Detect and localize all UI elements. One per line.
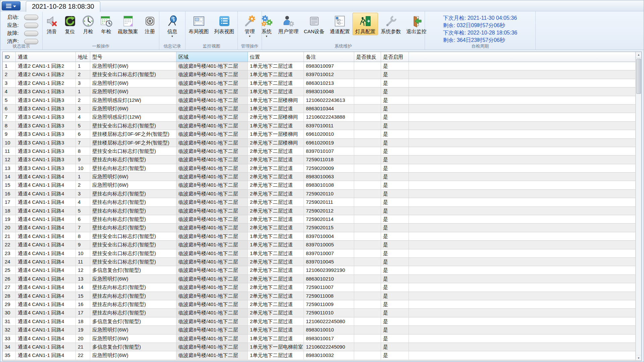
mute-button[interactable]: 消音 <box>43 13 61 35</box>
table-row[interactable]: 16 通道4 CAN1-1 回路4 3 壁挂右向标志灯(智能型) 临波庭8号楼/… <box>3 190 636 198</box>
column-header-remark[interactable]: 备注 <box>304 52 354 62</box>
register-button[interactable]: R 注册 <box>141 13 159 35</box>
cell-remark: 8983010032 <box>304 351 354 360</box>
column-header-reversed[interactable]: 是否接反 <box>354 52 381 62</box>
cell-location: 1单元地下一层楼梯间 <box>248 130 304 138</box>
table-row[interactable]: 19 通道4 CAN1-1 回路4 6 壁挂右向标志灯(智能型) 临波庭8号楼/… <box>3 215 636 224</box>
user-management-button[interactable]: 用户管理 <box>276 13 301 35</box>
table-row[interactable]: 5 通道3 CAN1-1 回路3 2 应急照明感应灯(12W) 临波庭8号楼/4… <box>3 96 636 105</box>
cell-id: 3 <box>3 79 16 87</box>
scroll-down-arrow-icon[interactable]: ▼ <box>636 355 641 361</box>
table-row[interactable]: 25 通道4 CAN1-1 回路4 12 多信息复合灯(智能型) 临波庭8号楼/… <box>3 266 636 275</box>
table-row[interactable]: 35 通道4 CAN1-1 回路4 22 应急照明灯(6W) 临波庭8号楼/40… <box>3 351 636 360</box>
cell-reversed <box>354 351 381 360</box>
cell-address: 1 <box>76 62 90 70</box>
scroll-up-arrow-icon[interactable]: ▲ <box>636 52 641 58</box>
cell-address: 9 <box>76 156 90 164</box>
cell-model: 壁挂右向标志灯(智能型) <box>90 164 176 173</box>
column-header-area[interactable]: 区域 <box>176 52 248 62</box>
cell-reversed <box>354 292 381 300</box>
lamp-config-button[interactable]: 灯具配置 <box>353 13 378 35</box>
table-row[interactable]: 8 通道3 CAN1-1 回路3 5 壁挂安全出口标志灯(智能型) 临波庭8号楼… <box>3 122 636 130</box>
table-row[interactable]: 27 通道4 CAN1-1 回路4 14 壁挂左向标志灯(智能型) 临波庭8号楼… <box>3 283 636 292</box>
table-row[interactable]: 34 通道4 CAN1-1 回路4 21 多信息复合灯(智能型) 临波庭8号楼/… <box>3 343 636 351</box>
main-menu-button[interactable] <box>2 1 20 10</box>
cell-id: 30 <box>3 309 16 317</box>
cell-model: 应急照明灯(6W) <box>90 351 176 360</box>
cell-remark: 12106023992190 <box>304 266 354 275</box>
evacuation-plan-button[interactable]: 疏散预案 <box>115 13 141 35</box>
cell-location: 1单元地下二层过道 <box>248 122 304 130</box>
table-row[interactable]: 23 通道4 CAN1-1 回路4 10 壁挂安全出口标志灯(智能型) 临波庭8… <box>3 249 636 258</box>
table-row[interactable]: 13 通道3 CAN1-1 回路3 10 壁挂右向标志灯(智能型) 临波庭8号楼… <box>3 164 636 173</box>
cell-area: 临波庭8号楼/401-地下二层 <box>176 139 248 147</box>
table-row[interactable]: 24 通道4 CAN1-1 回路4 11 壁挂安全出口标志灯(智能型) 临波庭8… <box>3 258 636 266</box>
table-row[interactable]: 14 通道4 CAN1-1 回路4 1 应急照明灯(6W) 临波庭8号楼/401… <box>3 173 636 181</box>
manage-button[interactable]: 管理 ▼ <box>241 13 259 39</box>
scrollbar-thumb[interactable] <box>636 59 641 94</box>
table-row[interactable]: 30 通道4 CAN1-1 回路4 17 壁挂左向标志灯(智能型) 临波庭8号楼… <box>3 309 636 317</box>
column-header-model[interactable]: 型号 <box>90 52 176 62</box>
table-row[interactable]: 4 通道3 CAN1-1 回路3 1 应急照明灯(6W) 临波庭8号楼/401-… <box>3 87 636 96</box>
table-row[interactable]: 7 通道3 CAN1-1 回路3 4 应急照明感应灯(12W) 临波庭8号楼/4… <box>3 113 636 121</box>
next-monthly-check: 下次月检: 2021-11-30 04:05:36 <box>443 14 517 22</box>
can-device-button[interactable]: CAN设备 <box>301 13 327 35</box>
cell-enabled: 是 <box>381 122 409 130</box>
table-row[interactable]: 1 通道2 CAN1-1 回路2 1 应急照明灯(6W) 临波庭8号楼/401-… <box>3 62 636 70</box>
active-tab-datetime[interactable]: 2021-10-28 18:08:30 <box>26 1 100 12</box>
table-row[interactable]: 33 通道4 CAN1-1 回路4 20 应急照明灯(6W) 临波庭8号楼/40… <box>3 335 636 343</box>
table-row[interactable]: 3 通道2 CAN1-1 回路2 3 应急照明灯(6W) 临波庭8号楼/401-… <box>3 79 636 87</box>
table-row[interactable]: 29 通道4 CAN1-1 回路4 16 壁挂左向标志灯(智能型) 临波庭8号楼… <box>3 300 636 309</box>
table-row[interactable]: 18 通道4 CAN1-1 回路4 5 壁挂右向标志灯(智能型) 临波庭8号楼/… <box>3 207 636 215</box>
layout-view-button[interactable]: 布局视图 <box>186 13 212 35</box>
table-row[interactable]: 21 通道4 CAN1-1 回路4 8 壁挂安全出口标志灯(智能型) 临波庭8号… <box>3 232 636 241</box>
cell-enabled: 是 <box>381 343 409 351</box>
list-view-button[interactable]: 列表视图 <box>212 13 237 35</box>
table-row[interactable]: 15 通道4 CAN1-1 回路4 2 应急照明灯(6W) 临波庭8号楼/401… <box>3 181 636 189</box>
table-row[interactable]: 20 通道4 CAN1-1 回路4 7 壁挂右向标志灯(智能型) 临波庭8号楼/… <box>3 224 636 232</box>
table-row[interactable]: 2 通道2 CAN1-1 回路2 2 壁挂安全出口标志灯(智能型) 临波庭8号楼… <box>3 70 636 79</box>
table-row[interactable]: 17 通道4 CAN1-1 回路4 4 壁挂右向标志灯(智能型) 临波庭8号楼/… <box>3 198 636 206</box>
reset-button[interactable]: 复位 <box>61 13 79 35</box>
table-row[interactable]: 12 通道3 CAN1-1 回路3 9 壁挂左向标志灯(智能型) 临波庭8号楼/… <box>3 156 636 164</box>
cell-location: 1单元地下二层过道 <box>248 79 304 87</box>
cell-remark: 7259020111 <box>304 198 354 206</box>
cell-address: 3 <box>76 105 90 113</box>
cell-channel: 通道2 CAN1-1 回路2 <box>16 79 76 87</box>
cell-reversed <box>354 139 381 147</box>
cell-enabled: 是 <box>381 249 409 258</box>
cell-area: 临波庭8号楼/401-地下二层 <box>176 224 248 232</box>
cell-filler <box>409 309 636 317</box>
channel-config-button[interactable]: 通道配置 <box>327 13 353 35</box>
cell-address: 2 <box>76 181 90 189</box>
table-row[interactable]: 9 通道3 CAN1-1 回路3 6 壁挂楼层标志灯0F-9F之外(智能型) 临… <box>3 130 636 138</box>
table-row[interactable]: 31 通道4 CAN1-1 回路4 18 多信息复合灯(智能型) 临波庭8号楼/… <box>3 317 636 326</box>
column-header-id[interactable]: ID <box>3 52 16 62</box>
info-button[interactable]: 信息 ▼ <box>163 13 181 39</box>
cell-channel: 通道3 CAN1-1 回路3 <box>16 147 76 156</box>
table-row[interactable]: 22 通道4 CAN1-1 回路4 9 壁挂安全出口标志灯(智能型) 临波庭8号… <box>3 241 636 249</box>
cell-remark: 8397010011 <box>304 122 354 130</box>
table-row[interactable]: 28 通道4 CAN1-1 回路4 15 壁挂左向标志灯(智能型) 临波庭8号楼… <box>3 292 636 300</box>
annual-check-button[interactable]: 年检 <box>97 13 115 35</box>
cell-id: 26 <box>3 275 16 283</box>
column-header-enabled[interactable]: 是否启用 <box>381 52 409 62</box>
column-header-channel[interactable]: 通道 <box>16 52 76 62</box>
system-button[interactable]: 系统 ▼ <box>258 13 276 39</box>
cell-location: 2单元地下二层过道 <box>248 147 304 156</box>
group-label-self-check: 自检周期 <box>425 43 535 49</box>
table-row[interactable]: 26 通道4 CAN1-1 回路4 13 应急照明灯(6W) 临波庭8号楼/40… <box>3 275 636 283</box>
table-row[interactable]: 32 通道4 CAN1-1 回路4 19 应急照明灯(6W) 临波庭8号楼/40… <box>3 326 636 334</box>
table-row[interactable]: 6 通道3 CAN1-1 回路3 3 应急照明灯(6W) 临波庭8号楼/401-… <box>3 105 636 113</box>
table-row[interactable]: 11 通道3 CAN1-1 回路3 8 壁挂安全出口标志灯(智能型) 临波庭8号… <box>3 147 636 156</box>
column-header-location[interactable]: 位置 <box>248 52 304 62</box>
cell-model: 壁挂安全出口标志灯(智能型) <box>90 232 176 241</box>
cell-area: 临波庭8号楼/401-地下二层 <box>176 190 248 198</box>
vertical-scrollbar[interactable]: ▲ ▼ <box>636 52 641 361</box>
column-header-address[interactable]: 地址 <box>76 52 90 62</box>
system-params-button[interactable]: 系统参数 <box>378 13 404 35</box>
cell-channel: 通道4 CAN1-1 回路4 <box>16 249 76 258</box>
table-row[interactable]: 10 通道3 CAN1-1 回路3 7 壁挂楼层标志灯0F-9F之外(智能型) … <box>3 139 636 147</box>
cell-channel: 通道4 CAN1-1 回路4 <box>16 275 76 283</box>
monthly-check-button[interactable]: 月检 <box>79 13 97 35</box>
